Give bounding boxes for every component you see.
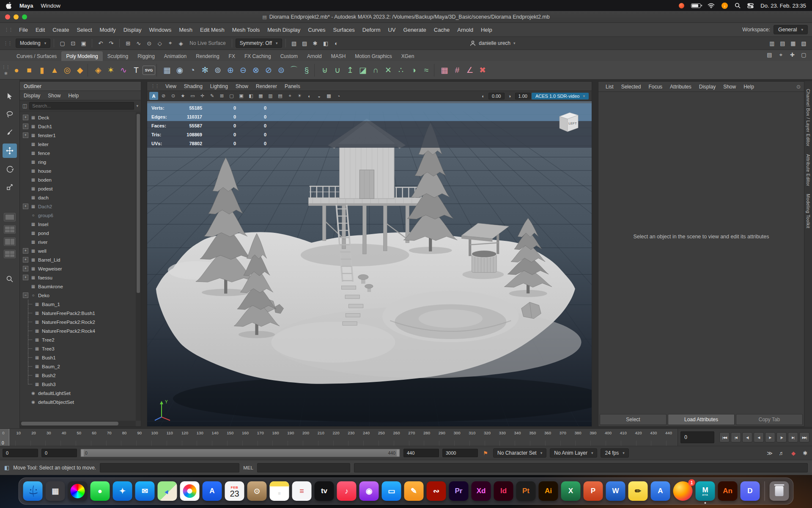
maya-menu-deform[interactable]: Deform [359, 23, 384, 36]
dock-safari[interactable]: ✦ [113, 481, 132, 501]
sweep-mesh-icon[interactable]: ✶ [104, 64, 117, 77]
viewport-menu-shading[interactable]: Shading [180, 83, 206, 89]
bridge-icon[interactable]: ∩ [369, 64, 382, 77]
connect-icon[interactable]: # [451, 64, 464, 77]
select-tool[interactable] [3, 89, 17, 103]
render-settings-icon[interactable]: ✱ [310, 39, 320, 48]
shelf-add-icon[interactable]: ✚ [787, 50, 797, 60]
shelf-tab-sculpting[interactable]: Sculpting [103, 51, 133, 61]
dock-apple-tv[interactable]: tv [315, 481, 334, 501]
outliner-item-insel[interactable]: ▦Insel [20, 220, 136, 229]
dock-app-store[interactable]: A [203, 481, 222, 501]
ao-icon[interactable]: ◒ [315, 92, 324, 100]
maya-menu-surfaces[interactable]: Surfaces [329, 23, 359, 36]
dock-reminders[interactable]: ≡ [292, 481, 312, 501]
dock-word[interactable]: W [606, 481, 625, 501]
layout-four-pane-button[interactable] [4, 225, 16, 234]
attribute-editor-menu-display[interactable]: Display [695, 84, 719, 90]
shelf-hide-icon[interactable]: ▢ [799, 50, 809, 60]
maya-menu-help[interactable]: Help [477, 23, 496, 36]
dock-powerpoint[interactable]: P [584, 481, 603, 501]
maya-menu-mesh-display[interactable]: Mesh Display [263, 23, 304, 36]
symmetry-selector[interactable]: Symmetry: Off ▾ [236, 39, 282, 48]
shelf-tab-custom[interactable]: Custom [276, 51, 302, 61]
outliner-item-baum-2[interactable]: ▦Baum_2 [20, 362, 136, 371]
workspace-selector[interactable]: Workspace: General▾ [742, 25, 808, 34]
expand-icon[interactable]: + [23, 257, 28, 262]
outliner-item-faessu[interactable]: +▦faessu [20, 273, 136, 282]
copy-tab-button[interactable]: Copy Tab [736, 414, 803, 425]
update-icon[interactable]: ↓ [721, 3, 728, 9]
animation-preferences-icon[interactable]: ✱ [801, 450, 809, 456]
maya-menu-file[interactable]: File [15, 23, 32, 36]
curve-warp-icon[interactable]: ∿ [117, 64, 130, 77]
dock-a-blue-app[interactable]: A [651, 481, 670, 501]
poly-cube-icon[interactable]: ■ [23, 64, 36, 77]
expand-icon[interactable]: + [23, 248, 28, 254]
auto-keyframe-icon[interactable]: ◆ [789, 450, 798, 456]
step-forward-frame-button[interactable]: ▶| [788, 432, 798, 442]
boolean-union-icon[interactable]: ⊕ [224, 64, 237, 77]
outliner-menu-help[interactable]: Help [64, 91, 82, 100]
expand-icon[interactable]: + [23, 115, 28, 120]
snap-curve-icon[interactable]: ∿ [134, 39, 143, 48]
menubar-clock[interactable]: Do. 23. Feb. 23:35 [760, 3, 806, 9]
maya-menu-arnold[interactable]: Arnold [453, 23, 477, 36]
maya-menu-display[interactable]: Display [120, 23, 145, 36]
step-back-frame-button[interactable]: |◀ [731, 432, 741, 442]
combine-icon[interactable]: ⊎ [318, 64, 331, 77]
dock-automator[interactable]: ⊙ [247, 481, 267, 501]
maya-menu-cache[interactable]: Cache [430, 23, 454, 36]
shelf-pin-icon[interactable]: ⌖ [776, 50, 786, 60]
anim-layer-selector[interactable]: No Anim Layer ▾ [550, 448, 597, 458]
outliner-vertical-scrollbar[interactable] [136, 112, 141, 421]
command-output-field[interactable] [354, 463, 808, 472]
outliner-item-bush1[interactable]: ▦Bush1 [20, 353, 136, 362]
playhead[interactable]: 0 [0, 429, 9, 446]
shelf-tab-rendering[interactable]: Rendering [191, 51, 224, 61]
dock-messages[interactable]: ● [91, 481, 110, 501]
range-slider[interactable]: 0 440 [80, 449, 400, 457]
menu-grip[interactable]: ⋮⋮ [4, 27, 13, 33]
outliner-item-ring[interactable]: ▦ring [20, 157, 136, 166]
safe-title-icon[interactable]: ▤ [276, 92, 285, 100]
display-layers-icon[interactable]: ◧ [321, 39, 331, 48]
shelf-tab-fx[interactable]: FX [224, 51, 240, 61]
anti-alias-icon[interactable]: ▩ [324, 92, 333, 100]
xray-icon[interactable]: ◔ [334, 92, 343, 100]
dock-calendar[interactable]: FEB23 [225, 481, 244, 501]
dock-color-wheel-app[interactable] [68, 481, 88, 501]
resolution-gate-icon[interactable]: ▣ [237, 92, 246, 100]
separate-icon[interactable]: ∪ [331, 64, 344, 77]
menu-set-selector[interactable]: Modeling ▾ [16, 39, 50, 48]
camera-attributes-icon[interactable]: ⊙ [169, 92, 178, 100]
snap-point-icon[interactable]: ⊙ [144, 39, 154, 48]
outliner-item-river[interactable]: ▦river [20, 237, 136, 246]
bookmark-icon[interactable]: ★ [178, 92, 187, 100]
apple-logo[interactable] [6, 2, 12, 9]
outliner-item-naturefreepack2-rock2[interactable]: ▦NatureFreePack2:Rock2 [20, 318, 136, 326]
maya-menu-edit-mesh[interactable]: Edit Mesh [196, 23, 228, 36]
poly-cylinder-icon[interactable]: ▮ [36, 64, 48, 77]
load-attributes-button[interactable]: Load Attributes [668, 414, 735, 425]
scale-tool[interactable] [3, 180, 17, 194]
rotate-tool[interactable] [3, 162, 17, 176]
dock-acrobat[interactable]: ∾ [427, 481, 446, 501]
outliner-menu-display[interactable]: Display [20, 91, 44, 100]
boolean-difference-icon[interactable]: ⊖ [237, 64, 250, 77]
smooth-icon[interactable]: ≈ [420, 64, 433, 77]
layout-single-pane-button[interactable] [4, 213, 16, 221]
zoom-tool[interactable] [3, 272, 17, 286]
zoom-window-button[interactable] [22, 14, 27, 19]
platonic-solid-icon[interactable]: ◈ [92, 64, 104, 77]
make-live-icon[interactable]: ◈ [176, 39, 186, 48]
dock-launchpad[interactable]: ▦ [46, 481, 65, 501]
panel-tab-channel-box-layer-editor[interactable]: Channel Box / Layer Editor [806, 89, 811, 146]
dock-keynote[interactable]: ▭ [382, 481, 401, 501]
outliner-menu-show[interactable]: Show [44, 91, 64, 100]
snap-view-icon[interactable]: ⌖ [165, 39, 175, 48]
grease-pencil-icon[interactable]: ✎ [208, 92, 217, 100]
outliner-item-fence[interactable]: ▦fence [20, 149, 136, 157]
outliner-item-bush2[interactable]: ▦Bush2 [20, 371, 136, 380]
menubar-status-icon[interactable] [679, 3, 684, 8]
